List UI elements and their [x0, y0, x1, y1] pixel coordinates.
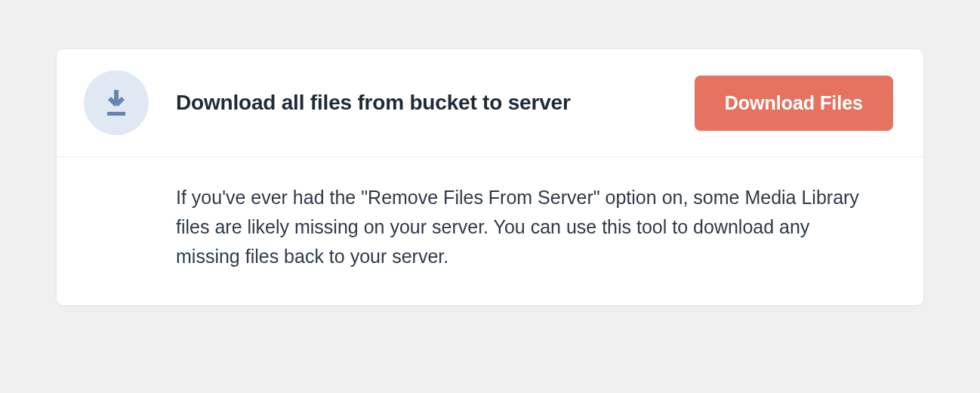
card-header: Download all files from bucket to server… — [57, 49, 923, 157]
card-body: If you've ever had the "Remove Files Fro… — [57, 157, 923, 305]
card-title: Download all files from bucket to server — [176, 91, 667, 115]
download-icon-circle — [84, 70, 149, 135]
download-files-button[interactable]: Download Files — [695, 76, 893, 131]
svg-rect-0 — [107, 112, 125, 116]
card-description: If you've ever had the "Remove Files Fro… — [176, 183, 871, 271]
download-icon — [103, 88, 129, 117]
download-files-card: Download all files from bucket to server… — [56, 48, 924, 306]
